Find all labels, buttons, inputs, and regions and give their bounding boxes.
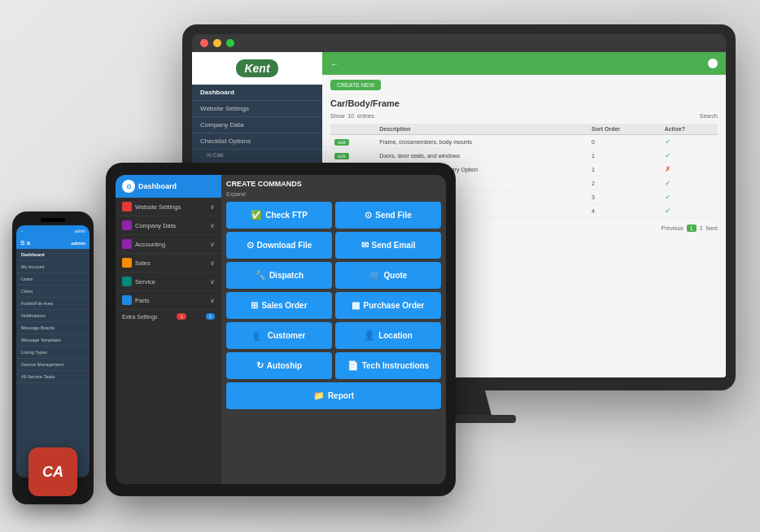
screen-topbar: ← [322,52,726,75]
quote-button[interactable]: 🛒 Quote [335,262,441,289]
tablet-nav-website-settings[interactable]: Website Settings ∨ [116,198,221,216]
autoship-button[interactable]: ↻ Autoship [226,352,332,379]
tablet-nav-service[interactable]: Service ∨ [116,273,221,291]
sidebar-item-checklist-options[interactable]: Checklist Options [192,133,322,150]
edit-button-1[interactable]: edit [334,139,349,146]
report-button[interactable]: 📁 Report [226,382,441,409]
tablet-sidebar: ⊙ Dashboard Website Settings ∨ Company D… [116,175,221,484]
active-check-1: ✓ [665,137,671,146]
show-label: Show 10 entries [330,113,374,119]
table-controls: Show 10 entries Search [322,111,726,120]
tablet-screen: ⊙ Dashboard Website Settings ∨ Company D… [116,175,446,484]
extra-settings-label[interactable]: Extra Settings [122,314,158,320]
traffic-light-green-btn[interactable] [226,39,234,47]
phone-nav-dashboard[interactable]: Dashboard [16,249,90,261]
search-label: Search [700,113,718,119]
next-label[interactable]: Next [706,225,718,231]
create-new-button[interactable]: CREATE NEW [330,80,381,90]
accounting-icon [122,239,132,249]
location-button[interactable]: 👤 Location [335,322,441,349]
edit-button-2[interactable]: edit [334,153,349,159]
row-sort-6: 4 [587,204,661,218]
col-edit [330,124,375,135]
tablet-device: ⊙ Dashboard Website Settings ∨ Company D… [106,163,456,496]
tablet-dashboard-label[interactable]: Dashboard [138,182,177,190]
purchase-order-button[interactable]: ▦ Purchase Order [335,292,441,319]
tablet-nav-label-parts: Parts [135,297,150,304]
page-2-button[interactable]: 2 [700,225,703,231]
purchase-order-label: Purchase Order [363,301,424,310]
sales-icon [122,258,132,268]
phone-nav-message-templates[interactable]: Message Templates [16,334,90,347]
page-1-button[interactable]: 1 [687,225,697,232]
phone-header: ☰ B admin [16,237,90,249]
row-sort-4: 2 [587,177,661,190]
quote-label: Quote [384,271,408,280]
tech-instructions-button[interactable]: 📄 Tech Instructions [335,352,441,379]
row-sort-2: 1 [587,149,661,163]
report-label: Report [328,391,354,400]
tablet-nav-label-accounting: Accounting [135,241,165,248]
phone-nav-users[interactable]: Users [16,273,90,286]
phone-menu-icon: ☰ [20,240,24,246]
phone-nav-notifications[interactable]: Notifications [16,310,90,322]
tablet-main: CREATE COMMANDS Expand ✅ Check FTP ⊙ Sen… [221,175,446,484]
traffic-light-red[interactable] [200,39,208,47]
parts-icon [122,295,132,305]
purchase-order-icon: ▦ [352,300,360,311]
customer-button[interactable]: 👥 Customer [226,322,332,349]
phone-notch [41,218,65,222]
col-active: Active? [661,124,718,135]
tablet-nav-label-website: Website Settings [135,203,181,211]
badge-1: 1 [177,313,186,320]
phone-nav-listing-types[interactable]: Listing Types [16,347,90,359]
extra-settings-row: Extra Settings 1 1 [116,310,221,323]
send-file-button[interactable]: ⊙ Send File [335,202,441,229]
tech-instructions-icon: 📄 [347,360,359,371]
dashboard-icon: ⊙ [122,180,135,193]
phone-nav-all-service-tasks[interactable]: All Service Tasks [16,371,90,383]
phone-admin-badge: admin [71,241,85,246]
phone-nav-service-mgmt[interactable]: Service Management [16,359,90,371]
tablet-nav-parts[interactable]: Parts ∨ [116,291,221,310]
active-check-2: ✓ [665,151,671,159]
commands-grid: ✅ Check FTP ⊙ Send File ⊙ Download File … [226,202,441,409]
previous-label[interactable]: Previous [662,225,684,231]
sidebar-item-website-settings[interactable]: Website Settings [192,101,322,117]
sidebar-item-dashboard[interactable]: Dashboard [192,85,322,101]
sidebar-item-in-cab[interactable]: In Cab [192,150,322,160]
tablet-nav-company-data[interactable]: Company Data ∨ [116,216,221,235]
phone-nav-client[interactable]: Client [16,286,90,298]
website-settings-icon [122,202,132,211]
expand-label[interactable]: Expand [226,191,441,197]
phone-nav-my-account[interactable]: My Account [16,261,90,273]
row-description-2: Doors, door seals, and windows [375,149,587,163]
location-label: Location [378,331,413,340]
phone-nav-message-boards[interactable]: Message Boards [16,322,90,334]
sidebar-item-company-data[interactable]: Company Data [192,117,322,133]
autoship-icon: ↻ [256,360,264,371]
back-icon[interactable]: ← [330,59,339,68]
active-check-4: ✓ [665,179,671,187]
check-ftp-icon: ✅ [251,210,262,220]
phone-logo: CA [28,447,77,496]
traffic-light-yellow[interactable] [213,39,221,47]
tablet-nav-label-company: Company Data [135,222,176,229]
phone-device: ← admin ☰ B admin Dashboard My Account U… [12,211,94,504]
check-ftp-button[interactable]: ✅ Check FTP [226,202,332,229]
dispatch-button[interactable]: 🔧 Dispatch [226,262,332,289]
sales-order-button[interactable]: ⊞ Sales Order [226,292,332,319]
customer-icon: 👥 [253,330,264,341]
row-sort-1: 0 [587,135,661,149]
download-file-button[interactable]: ⊙ Download File [226,232,332,259]
create-commands-title: CREATE COMMANDS [226,180,441,188]
autoship-label: Autoship [267,361,302,370]
check-ftp-label: Check FTP [265,211,308,220]
send-email-button[interactable]: ✉ Send Email [335,232,441,259]
monitor-top-bar [192,34,726,52]
tablet-nav-accounting[interactable]: Accounting ∨ [116,235,221,254]
tablet-nav-sales[interactable]: Sales ∨ [116,254,221,273]
kent-logo-text: Kent [234,58,279,79]
phone-nav-folder-file[interactable]: Folder/File Area [16,298,90,310]
send-file-icon: ⊙ [365,210,372,220]
